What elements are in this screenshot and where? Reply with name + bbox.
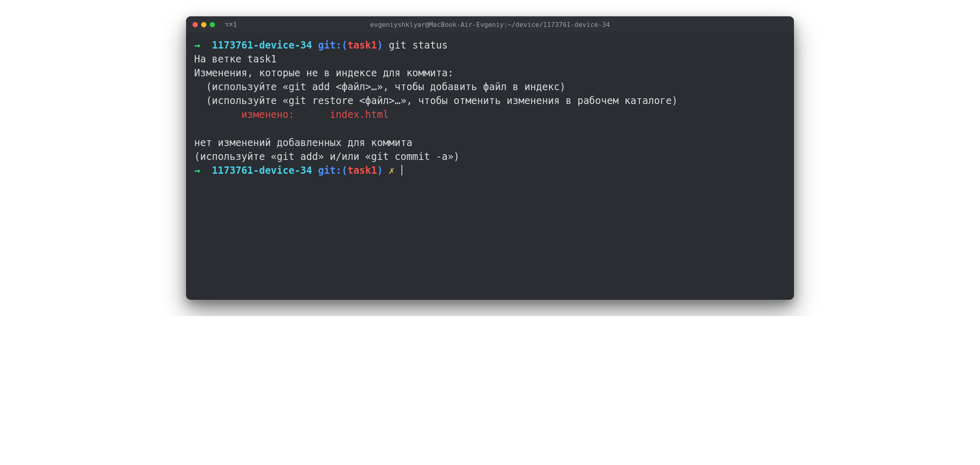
prompt-branch: task1: [348, 165, 377, 176]
modified-label: изменено:: [194, 109, 330, 120]
prompt-branch: task1: [348, 40, 377, 51]
prompt-git-suffix: ): [377, 165, 383, 176]
output-line: нет изменений добавленных для коммита: [194, 137, 412, 148]
modified-file: index.html: [330, 109, 389, 120]
maximize-icon[interactable]: [210, 22, 215, 27]
prompt-cwd: 1173761-device-34: [212, 165, 312, 176]
command-text: git status: [389, 40, 448, 51]
prompt-git-prefix: git:(: [318, 165, 347, 176]
window-title: evgeniyshklyar@MacBook-Air-Evgeniy:~/dev…: [370, 21, 610, 29]
output-line: (используйте «git add» и/или «git commit…: [194, 151, 459, 162]
terminal-body[interactable]: → 1173761-device-34 git:(task1) git stat…: [186, 33, 794, 300]
prompt-git-prefix: git:(: [318, 40, 347, 51]
titlebar: ⌥⌘1 evgeniyshklyar@MacBook-Air-Evgeniy:~…: [186, 16, 794, 33]
prompt-arrow-icon: →: [194, 40, 200, 51]
output-line: Изменения, которые не в индексе для комм…: [194, 67, 454, 79]
terminal-window: ⌥⌘1 evgeniyshklyar@MacBook-Air-Evgeniy:~…: [186, 16, 794, 300]
output-line: (используйте «git add <файл>…», чтобы до…: [194, 81, 565, 93]
cursor-icon: [401, 165, 402, 175]
prompt-cwd: 1173761-device-34: [212, 40, 312, 51]
minimize-icon[interactable]: [201, 22, 206, 27]
prompt-git-suffix: ): [377, 40, 383, 51]
output-line: (используйте «git restore <файл>…», чтоб…: [194, 95, 678, 106]
close-icon[interactable]: [193, 22, 198, 27]
traffic-lights: [193, 22, 215, 27]
tab-label[interactable]: ⌥⌘1: [225, 21, 237, 29]
prompt-arrow-icon: →: [194, 165, 200, 176]
dirty-marker-icon: ✗: [389, 165, 395, 176]
output-line: На ветке task1: [194, 53, 277, 65]
